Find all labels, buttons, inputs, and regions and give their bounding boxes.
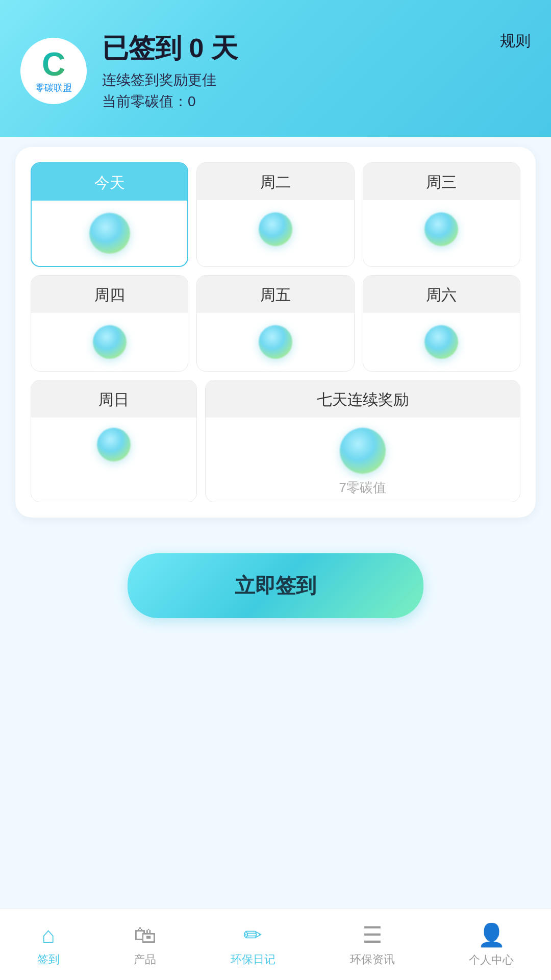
tue-label: 周二	[197, 163, 354, 200]
wed-label: 周三	[363, 163, 520, 200]
nav-profile[interactable]: 👤 个人中心	[469, 922, 514, 968]
sat-label: 周六	[363, 276, 520, 313]
logo-icon: C	[35, 48, 72, 81]
day-cell-sun[interactable]: 周日	[31, 380, 197, 502]
bag-icon: 🛍	[134, 922, 156, 948]
list-icon: ☰	[362, 922, 382, 948]
bottom-row: 周日 七天连续奖励 7零碳值	[31, 380, 520, 502]
bottom-nav: ⌂ 签到 🛍 产品 ✏ 环保日记 ☰ 环保资讯 👤 个人中心	[0, 909, 551, 980]
today-orb-wrap	[32, 201, 187, 266]
logo-text: 零碳联盟	[35, 82, 72, 94]
header: C 零碳联盟 已签到 0 天 连续签到奖励更佳 当前零碳值：0 规则	[0, 0, 551, 137]
fri-orb-wrap	[197, 313, 354, 371]
nav-checkin[interactable]: ⌂ 签到	[37, 922, 60, 967]
continuous-tip: 连续签到奖励更佳	[102, 70, 531, 90]
thu-orb-wrap	[31, 313, 188, 371]
sat-orb-wrap	[363, 313, 520, 371]
carbon-value-row: 当前零碳值：0	[102, 92, 531, 111]
thu-orb	[93, 325, 127, 359]
day-cell-tue[interactable]: 周二	[196, 162, 354, 267]
day-cell-today[interactable]: 今天	[31, 162, 188, 267]
sun-orb-wrap	[31, 418, 196, 484]
today-orb	[89, 213, 130, 254]
bonus-label: 七天连续奖励	[206, 380, 520, 418]
day-cell-wed[interactable]: 周三	[363, 162, 520, 267]
bonus-value: 7零碳值	[339, 479, 386, 497]
sun-label: 周日	[31, 380, 196, 418]
day-cell-sat[interactable]: 周六	[363, 275, 520, 372]
bonus-orb-wrap: 7零碳值	[206, 418, 520, 502]
day-cell-fri[interactable]: 周五	[196, 275, 354, 372]
nav-news-label: 环保资讯	[350, 952, 395, 967]
main-card: 今天 周二 周三 周四 周五	[15, 147, 536, 518]
tue-orb	[259, 212, 292, 246]
carbon-label: 当前零碳值：	[102, 93, 188, 109]
days-grid: 今天 周二 周三 周四 周五	[31, 162, 520, 372]
nav-diary-label: 环保日记	[231, 952, 276, 967]
nav-products-label: 产品	[134, 952, 156, 967]
today-label: 今天	[32, 163, 187, 201]
pencil-icon: ✏	[243, 922, 262, 948]
fri-orb	[259, 325, 292, 359]
bonus-orb	[340, 428, 386, 474]
sat-orb	[424, 325, 458, 359]
nav-products[interactable]: 🛍 产品	[134, 922, 156, 967]
tue-orb-wrap	[197, 200, 354, 258]
sun-orb	[97, 428, 131, 461]
fri-label: 周五	[197, 276, 354, 313]
wed-orb	[424, 212, 458, 246]
nav-checkin-label: 签到	[37, 952, 60, 967]
nav-news[interactable]: ☰ 环保资讯	[350, 922, 395, 967]
thu-label: 周四	[31, 276, 188, 313]
user-icon: 👤	[478, 922, 506, 948]
logo: C 零碳联盟	[20, 38, 87, 104]
rules-button[interactable]: 规则	[500, 31, 531, 52]
home-icon: ⌂	[42, 922, 56, 948]
day-cell-thu[interactable]: 周四	[31, 275, 188, 372]
nav-diary[interactable]: ✏ 环保日记	[231, 922, 276, 967]
header-info: 已签到 0 天 连续签到奖励更佳 当前零碳值：0	[102, 31, 531, 111]
nav-profile-label: 个人中心	[469, 952, 514, 968]
day-cell-bonus[interactable]: 七天连续奖励 7零碳值	[205, 380, 520, 502]
signin-button[interactable]: 立即签到	[128, 553, 423, 618]
carbon-number: 0	[188, 93, 196, 109]
wed-orb-wrap	[363, 200, 520, 258]
signed-days: 已签到 0 天	[102, 31, 531, 66]
